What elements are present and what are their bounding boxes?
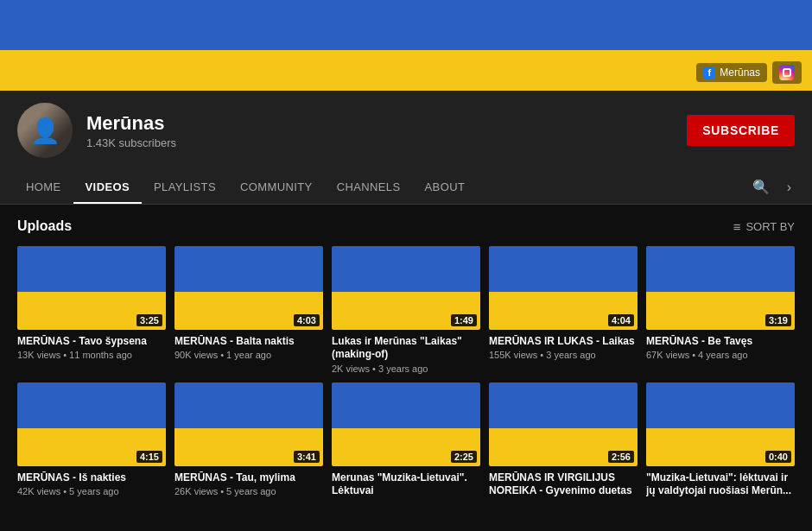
facebook-icon: f — [703, 66, 715, 79]
sort-icon: ≡ — [733, 219, 741, 234]
avatar-image: 👤 — [17, 103, 73, 158]
banner: f Merūnas — [0, 0, 812, 91]
video-grid: 3:25MERŪNAS - Tavo šypsena13K views • 11… — [17, 246, 795, 500]
instagram-link[interactable] — [772, 61, 802, 84]
video-card[interactable]: 3:19MERŪNAS - Be Tavęs67K views • 4 year… — [646, 246, 795, 374]
video-thumbnail: 2:25 — [332, 382, 480, 466]
video-card[interactable]: 2:25Merunas "Muzika-Lietuvai". Lėktuvai — [332, 382, 480, 500]
video-card[interactable]: 4:15MERŪNAS - Iš nakties42K views • 5 ye… — [17, 382, 166, 500]
video-duration: 0:40 — [765, 451, 791, 463]
video-card[interactable]: 3:25MERŪNAS - Tavo šypsena13K views • 11… — [17, 246, 166, 374]
video-card[interactable]: 3:41MERŪNAS - Tau, mylima26K views • 5 y… — [174, 382, 323, 500]
channel-subscribers: 1.43K subscribers — [86, 136, 673, 149]
video-duration: 3:19 — [765, 314, 791, 326]
video-title: MERŪNAS IR LUKAS - Laikas — [489, 335, 638, 349]
video-duration: 4:03 — [294, 314, 320, 326]
search-icon[interactable]: 🔍 — [742, 172, 780, 202]
video-card[interactable]: 4:04MERŪNAS IR LUKAS - Laikas155K views … — [489, 246, 638, 374]
video-thumbnail: 2:56 — [489, 382, 638, 466]
video-meta: 42K views • 5 years ago — [17, 486, 166, 496]
channel-name: Merūnas — [86, 112, 673, 135]
facebook-label: Merūnas — [720, 66, 760, 79]
banner-social-links: f Merūnas — [696, 61, 802, 84]
video-meta: 13K views • 11 months ago — [17, 350, 166, 360]
video-thumbnail: 4:03 — [174, 246, 323, 330]
tab-videos[interactable]: VIDEOS — [73, 170, 142, 204]
facebook-link[interactable]: f Merūnas — [696, 63, 767, 82]
video-meta: 67K views • 4 years ago — [646, 350, 795, 360]
video-duration: 4:15 — [136, 451, 162, 463]
video-card[interactable]: 0:40"Muzika-Lietuvai": lėktuvai ir jų va… — [646, 382, 795, 500]
video-duration: 1:49 — [451, 314, 477, 326]
video-card[interactable]: 1:49Lukas ir Merūnas "Laikas" (making-of… — [332, 246, 480, 374]
uploads-title: Uploads — [17, 218, 72, 234]
video-title: Lukas ir Merūnas "Laikas" (making-of) — [332, 335, 480, 362]
video-card[interactable]: 2:56MERŪNAS IR VIRGILIJUS NOREIKA - Gyve… — [489, 382, 638, 500]
video-thumbnail: 3:25 — [17, 246, 166, 330]
tab-channels[interactable]: CHANNELS — [325, 170, 413, 204]
content-area: Uploads ≡ SORT BY 3:25MERŪNAS - Tavo šyp… — [0, 205, 812, 514]
video-thumbnail: 3:41 — [174, 382, 323, 466]
tab-home[interactable]: HOME — [14, 170, 73, 204]
video-meta: 26K views • 5 years ago — [174, 486, 323, 496]
tab-playlists[interactable]: PLAYLISTS — [142, 170, 228, 204]
nav-tabs: HOME VIDEOS PLAYLISTS COMMUNITY CHANNELS… — [0, 170, 812, 205]
video-thumbnail: 4:15 — [17, 382, 166, 466]
video-title: MERŪNAS - Be Tavęs — [646, 335, 795, 349]
video-title: MERŪNAS - Iš nakties — [17, 471, 166, 485]
video-thumbnail: 0:40 — [646, 382, 795, 466]
video-thumbnail: 1:49 — [332, 246, 480, 330]
avatar: 👤 — [17, 103, 73, 158]
video-title: MERŪNAS - Tavo šypsena — [17, 335, 166, 349]
nav-more-icon[interactable]: › — [780, 173, 798, 202]
sort-by-button[interactable]: ≡ SORT BY — [733, 219, 795, 234]
video-title: MERŪNAS - Balta naktis — [174, 335, 323, 349]
subscribe-button[interactable]: SUBSCRIBE — [687, 115, 795, 146]
video-thumbnail: 3:19 — [646, 246, 795, 330]
video-card[interactable]: 4:03MERŪNAS - Balta naktis90K views • 1 … — [174, 246, 323, 374]
instagram-icon — [779, 65, 795, 80]
video-meta: 155K views • 3 years ago — [489, 350, 638, 360]
video-title: MERŪNAS IR VIRGILIJUS NOREIKA - Gyvenimo… — [489, 471, 638, 498]
video-duration: 3:41 — [294, 451, 320, 463]
channel-header: 👤 Merūnas 1.43K subscribers SUBSCRIBE — [0, 91, 812, 170]
video-title: MERŪNAS - Tau, mylima — [174, 471, 323, 485]
video-thumbnail: 4:04 — [489, 246, 638, 330]
video-duration: 2:56 — [608, 451, 634, 463]
video-duration: 2:25 — [451, 451, 477, 463]
video-duration: 4:04 — [608, 314, 634, 326]
video-meta: 2K views • 3 years ago — [332, 363, 480, 374]
tab-about[interactable]: ABOUT — [413, 170, 478, 204]
video-duration: 3:25 — [136, 314, 162, 326]
video-meta: 90K views • 1 year ago — [174, 350, 323, 360]
tab-community[interactable]: COMMUNITY — [228, 170, 325, 204]
video-title: "Muzika-Lietuvai": lėktuvai ir jų valdyt… — [646, 471, 795, 498]
channel-info: Merūnas 1.43K subscribers — [86, 112, 673, 149]
sort-by-label: SORT BY — [745, 220, 795, 233]
uploads-header: Uploads ≡ SORT BY — [17, 218, 795, 234]
video-title: Merunas "Muzika-Lietuvai". Lėktuvai — [332, 471, 480, 498]
